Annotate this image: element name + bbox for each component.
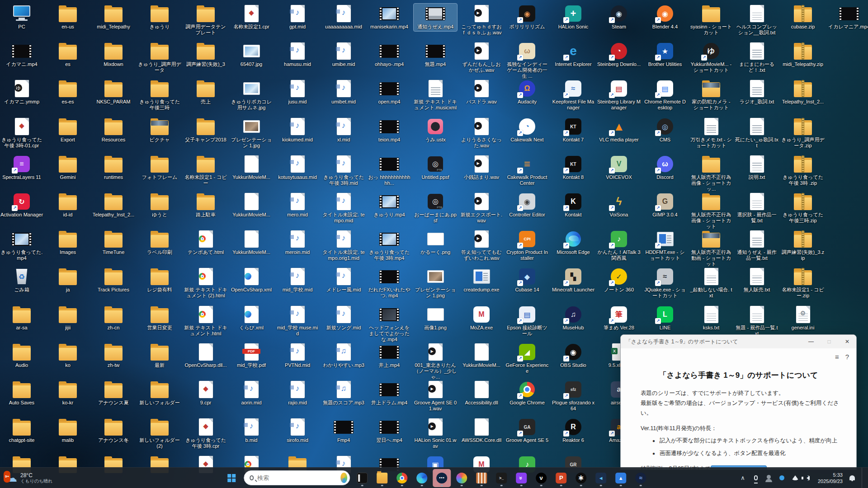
desktop-item-Brother-Utilities[interactable]: ★↗Brother Utilities bbox=[643, 41, 687, 69]
desktop-item-TimeTune[interactable]: TimeTune bbox=[92, 229, 135, 257]
desktop-item-きゅうり食ってた午後-3時-01-cpr[interactable]: ◆きゅうり食ってた午後 3時-01.cpr bbox=[0, 117, 43, 150]
notification-bell-icon[interactable] bbox=[849, 475, 856, 480]
desktop-item-新規-テキスト-ドキュメント-musicxml[interactable]: 新規 テキスト ドキュメント.musicxml bbox=[414, 79, 457, 112]
desktop-item-Gemini[interactable]: Gemini bbox=[46, 154, 90, 182]
desktop-item-Groove-Agent-SE-01-wav[interactable]: ▶Groove Agent SE 01.wav bbox=[414, 380, 457, 413]
desktop-item-きゅうりポカコレ用サムネ-jpg[interactable]: きゅうりポカコレ用サムネ.jpg bbox=[230, 79, 273, 112]
desktop-item-きゅうり食ってた午後-3時-mid[interactable]: ♪きゅうり食ってた午後 3時.mid bbox=[322, 154, 365, 188]
desktop-item-VoiSona[interactable]: ϟ↗VoiSona bbox=[597, 192, 641, 219]
desktop-item-レジ袋有料[interactable]: レジ袋有料 bbox=[138, 267, 181, 294]
desktop-item-ラジオ_歌詞-txt[interactable]: ラジオ_歌詞.txt bbox=[735, 79, 778, 106]
desktop-item-midi_Telepathy-zip[interactable]: midi_Telepathy.zip bbox=[781, 41, 825, 69]
desktop-item-イカマニ-mp4[interactable]: イカマニ.mp4 bbox=[0, 41, 43, 69]
desktop-item-ゆうと[interactable]: ゆうと bbox=[138, 192, 181, 219]
desktop-item-AWSSDK-Core-dll[interactable]: AWSSDK.Core.dll bbox=[460, 417, 503, 445]
desktop-item-かるーく-png[interactable]: かるーく.png bbox=[414, 229, 457, 257]
desktop-item-Reaktor-6[interactable]: R↗Reaktor 6 bbox=[552, 417, 595, 445]
desktop-item-新しいフォルダー[interactable]: 新しいフォルダー bbox=[138, 380, 181, 407]
taskbar-clock[interactable]: 5:33 2025/09/23 bbox=[818, 472, 843, 484]
desktop-item-おーばーまにあ-ppsf[interactable]: ◎おーばーまにあ.ppsf bbox=[414, 192, 457, 225]
desktop-item-通知うぜえ---親作品一覧-txt[interactable]: 通知うぜえ - 親作品一覧.txt bbox=[735, 229, 778, 263]
desktop-item-万引きメモ-txt---ショートカット[interactable]: 万引きメモ.txt - ショートカット bbox=[689, 117, 733, 150]
desktop-item-きゅうり-mp4[interactable]: きゅうり.mp4 bbox=[368, 192, 411, 219]
desktop-item-プレゼンテーション-1-png[interactable]: プレゼンテーション 1.png bbox=[414, 267, 457, 300]
desktop-item-新規ソング-mid[interactable]: ♪新規ソング.mid bbox=[322, 305, 365, 332]
volume-icon[interactable] bbox=[805, 476, 812, 480]
taskbar-app-kontakt-app[interactable]: ν bbox=[532, 469, 550, 487]
desktop-item-筆まめ-Ver-28[interactable]: 筆↗筆まめ Ver.28 bbox=[597, 305, 641, 332]
desktop-item-新規-テキスト-ドキュメント-2-html[interactable]: 新規 テキスト ドキュメント (2).html bbox=[184, 267, 227, 300]
desktop-item-路上駐車[interactable]: 路上駐車 bbox=[184, 192, 227, 219]
desktop-item-Keepforest-File-Manager[interactable]: ≈↗Keepforest File Manager bbox=[552, 79, 595, 112]
desktop-item-manisekarin-mp4[interactable]: manisekarin.mp4 bbox=[368, 4, 411, 31]
desktop-item-zh-tw[interactable]: zh-tw bbox=[92, 342, 135, 370]
desktop-item-きゅうり_調声用データ-zip[interactable]: きゅうり_調声用データ.zip bbox=[781, 117, 825, 150]
search-highlight-icon[interactable] bbox=[340, 473, 347, 483]
desktop-item-きゅうり食ってた午後-3時-zip[interactable]: きゅうり食ってた午後 3時 .zip bbox=[781, 154, 825, 188]
desktop-item-65407-jpg[interactable]: 65407.jpg bbox=[230, 41, 273, 69]
desktop-item-アナウンス夏[interactable]: アナウンス夏 bbox=[92, 380, 135, 407]
desktop-item-テンポあて-html[interactable]: テンポあて.html bbox=[184, 229, 227, 257]
desktop-item-よりうるさくなった-wav[interactable]: ▶よりうるさくなった.wav bbox=[460, 117, 503, 150]
desktop-item-だれだFXいれたやつ-mp4[interactable]: だれだFXいれたやつ. mp4 bbox=[368, 267, 411, 300]
taskbar-search[interactable] bbox=[244, 470, 350, 485]
desktop-item-gpt-mid[interactable]: ♪gpt.mid bbox=[276, 4, 319, 31]
desktop-item-新規-テキスト-ドキュメント-html[interactable]: 新規 テキスト ドキュメント.html bbox=[184, 305, 227, 338]
desktop-item-9-cpr[interactable]: ◆9.cpr bbox=[184, 380, 227, 407]
desktop-item-タイトル未設定-tempo-orig1-mid[interactable]: ♪タイトル未設定. tempo.orig1.mid bbox=[322, 229, 365, 263]
desktop-item-説明-txt[interactable]: 説明.txt bbox=[735, 154, 778, 182]
desktop-item-ar-sa[interactable]: ar-sa bbox=[0, 305, 43, 332]
desktop-item-ja[interactable]: ja bbox=[46, 267, 90, 294]
desktop-item-無人販売不正行為-画像---ショートカット[interactable]: 無人販売不正行為 画像 - ショートカット bbox=[689, 192, 733, 231]
desktop-item-バスドラ-wav[interactable]: ▶バスドラ.wav bbox=[460, 79, 503, 106]
desktop-item-VOICEVOX[interactable]: V↗VOICEVOX bbox=[597, 154, 641, 182]
desktop-item-NKSC_PARAM[interactable]: NKSC_PARAM bbox=[92, 79, 135, 106]
taskbar-app-terminal[interactable]: >_ bbox=[492, 469, 510, 487]
desktop-item-mid_学校-mid[interactable]: ♪mid_学校.mid bbox=[276, 267, 319, 294]
desktop-item-調声練習-失敗-_3-zip[interactable]: 調声練習(失敗)_3.zip bbox=[781, 229, 825, 263]
desktop-item-売上[interactable]: 売上 bbox=[184, 79, 227, 106]
desktop-item-id-id[interactable]: id-id bbox=[46, 192, 90, 219]
desktop-item-くらび-xml[interactable]: くらび.xml bbox=[230, 305, 273, 332]
desktop-item-jusu-mid[interactable]: ♪jusu.mid bbox=[276, 79, 319, 106]
desktop-item-en-us[interactable]: en-us bbox=[46, 4, 90, 31]
desktop-item-sirofo-mid[interactable]: ♪sirofo.mid bbox=[276, 417, 319, 445]
desktop-item-OBS-Studio[interactable]: ◉↗OBS Studio bbox=[552, 342, 595, 370]
desktop-item-LINE[interactable]: L↗LINE bbox=[643, 305, 687, 332]
taskbar-app-google-chrome[interactable] bbox=[393, 469, 411, 487]
desktop-item-GIMP-3-0-4[interactable]: G↗GIMP 3.0.4 bbox=[643, 192, 687, 219]
desktop-item-Cubase-14[interactable]: ◆↗Cubase 14 bbox=[505, 267, 549, 294]
desktop-item-Cakewalk-Product-Center[interactable]: ≡↗Cakewalk Product Center bbox=[505, 154, 549, 188]
desktop-item-YukkuriMovieM-[interactable]: YukkuriMovieM... bbox=[230, 192, 273, 219]
desktop-item-ピクチャ[interactable]: ピクチャ bbox=[138, 117, 181, 144]
desktop-item-Accessibility-dll[interactable]: Accessibility.dll bbox=[460, 380, 503, 407]
desktop-item-小銭詰まり-wav[interactable]: ▶小銭詰まり.wav bbox=[460, 154, 503, 182]
desktop-item-営業日変更[interactable]: 営業日変更 bbox=[138, 305, 181, 332]
desktop-item-JQuake-exe---ショートカット[interactable]: ≈↗JQuake.exe - ショートカット bbox=[643, 267, 687, 300]
desktop-item-おっ-hhhhhhhhhhhhh-[interactable]: おっ hhhhhhhhhhhhh... bbox=[368, 154, 411, 188]
desktop-item-ごみ箱[interactable]: ♻ごみ箱 bbox=[0, 267, 43, 294]
taskbar-app-chatgpt[interactable]: ∗ bbox=[572, 469, 590, 487]
desktop-item-xl-mid[interactable]: ♪xl.mid bbox=[322, 117, 365, 144]
desktop-item-malib[interactable]: malib bbox=[46, 417, 90, 445]
desktop-item-きゅうり食ってた午後三時-zip[interactable]: きゅうり食ってた午後三時.zip bbox=[781, 192, 825, 225]
desktop-item-答え知っててもむずいわこれ-wav[interactable]: ▶答え知っててもむずいわこれ.wav bbox=[460, 229, 503, 263]
help-icon[interactable]: ? bbox=[845, 353, 849, 361]
taskbar-app-microsoft-edge[interactable] bbox=[413, 469, 431, 487]
desktop-item-Groove-Agent-SE-5[interactable]: GA↗Groove Agent SE 5 bbox=[505, 417, 549, 445]
desktop-item-Plogue-sforzando-x64[interactable]: sfz↗Plogue sforzando x64 bbox=[552, 380, 595, 413]
desktop-item-OpenCvSharp-xml[interactable]: OpenCvSharp.xml bbox=[230, 267, 273, 294]
desktop-item-Telepathy_Inst_2-[interactable]: Telepathy_Inst_2... bbox=[781, 79, 825, 106]
desktop-item-HDDFMT-exe---ショートカット[interactable]: ↗HDDFMT.exe - ショートカット bbox=[643, 229, 687, 263]
desktop-item-Kontakt-7[interactable]: KT↗Kontakt 7 bbox=[552, 117, 595, 144]
desktop-item-Resources[interactable]: Resources bbox=[92, 117, 135, 144]
desktop-item-Crypton-Product-Installer[interactable]: CPI↗Crypton Product Installer bbox=[505, 229, 549, 263]
desktop-item-zh-cn[interactable]: zh-cn bbox=[92, 305, 135, 332]
desktop-item-HALion-Sonic[interactable]: +↗HALion Sonic bbox=[552, 4, 595, 31]
weather-widget[interactable]: ☁9+ 28°C くもりのち晴れ bbox=[0, 468, 59, 488]
desktop-item-調声練習-失敗-_3[interactable]: 調声練習(失敗)_3 bbox=[184, 41, 227, 69]
desktop-item-画像1-png[interactable]: 画像1.png bbox=[414, 305, 457, 332]
desktop-item-無題-mp4[interactable]: 無題.mp4 bbox=[414, 41, 457, 69]
desktop-item-GeForce-Experience[interactable]: ◢↗GeForce Experience bbox=[505, 342, 549, 375]
taskbar-app-blue-arrow-app[interactable]: ▲ bbox=[612, 469, 630, 487]
